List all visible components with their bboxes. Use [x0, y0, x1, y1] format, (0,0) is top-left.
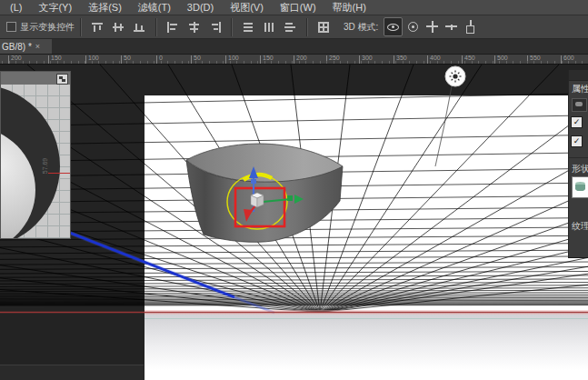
menu-item-3[interactable]: 滤镜(T) — [130, 1, 179, 15]
ruler-minor-tick — [78, 61, 79, 64]
distribute-top-icon[interactable] — [241, 20, 256, 35]
ruler-minor-tick — [92, 61, 93, 64]
ruler-minor-tick — [85, 61, 85, 64]
menu-item-4[interactable]: 3D(D) — [179, 1, 222, 15]
ruler-minor-tick — [64, 61, 65, 64]
swap-view-icon[interactable] — [56, 74, 68, 85]
ruler-minor-tick — [140, 61, 141, 64]
secondary-view-content[interactable]: 57.69 — [1, 85, 70, 238]
ruler-minor-tick — [568, 61, 569, 64]
ruler-major-tick — [260, 55, 261, 64]
ruler-minor-tick — [458, 61, 459, 64]
slide-camera-button[interactable] — [443, 18, 460, 35]
canvas-area[interactable]: 57.69 属性 ✓ ✓ 形状 纹理 — [0, 65, 588, 380]
align-left-icon[interactable] — [165, 20, 181, 35]
properties-panel-header — [569, 70, 588, 81]
ruler-minor-tick — [443, 61, 444, 64]
show-transform-checkbox[interactable] — [6, 22, 16, 32]
3d-light-widget[interactable] — [435, 66, 465, 166]
distribute-vertical-icon[interactable] — [262, 20, 277, 35]
options-bar: 显示变换控件 3D 模式: — [0, 15, 588, 39]
3d-mode-label: 3D 模式: — [344, 21, 378, 34]
align-bottom-icon[interactable] — [132, 20, 147, 35]
ruler-minor-tick — [223, 61, 224, 64]
ruler-label: 100 — [88, 55, 99, 62]
show-transform-label: 显示变换控件 — [20, 21, 75, 34]
pan-camera-button[interactable] — [424, 18, 441, 35]
ruler-minor-tick — [499, 61, 500, 64]
ruler-minor-tick — [554, 61, 555, 64]
orbit-camera-button[interactable] — [384, 17, 403, 36]
catch-shadows-checkbox[interactable]: ✓ — [571, 116, 583, 128]
ruler-minor-tick — [493, 61, 493, 64]
ruler-minor-tick — [202, 61, 203, 64]
horizontal-ruler: 2001501005005010015020025030035040045050… — [0, 55, 588, 65]
ruler-minor-tick — [264, 61, 265, 64]
ruler-label: 50 — [124, 55, 131, 62]
ruler-minor-tick — [575, 61, 576, 64]
mini-cylinder-body — [575, 185, 585, 191]
ruler-minor-tick — [36, 61, 37, 64]
panels-grid-icon[interactable] — [316, 20, 332, 35]
ruler-major-tick — [359, 55, 360, 64]
distribute-bottom-icon[interactable] — [283, 20, 298, 35]
align-vertical-center-icon[interactable] — [111, 20, 126, 35]
menu-item-1[interactable]: 文字(Y) — [30, 1, 80, 15]
ruler-major-tick — [494, 55, 495, 64]
ruler-minor-tick — [334, 61, 334, 64]
ruler-minor-tick — [424, 61, 424, 64]
align-horizontal-center-icon[interactable] — [186, 20, 202, 35]
secondary-view-titlebar[interactable] — [1, 72, 70, 85]
menu-item-7[interactable]: 帮助(H) — [324, 1, 374, 15]
ruler-minor-tick — [582, 61, 583, 64]
ruler-major-tick — [427, 55, 428, 64]
ruler-minor-tick — [167, 61, 168, 64]
shape-preset-thumbnail[interactable] — [572, 176, 588, 198]
secondary-view-panel[interactable]: 57.69 — [0, 71, 71, 239]
mesh-icon-button[interactable] — [572, 98, 587, 112]
ruler-minor-tick — [188, 61, 189, 64]
widget-center-cube[interactable] — [251, 193, 264, 207]
menu-item-2[interactable]: 选择(S) — [80, 1, 130, 15]
properties-panel[interactable]: 属性 ✓ ✓ 形状 纹理 — [568, 70, 588, 258]
close-tab-icon[interactable]: × — [35, 42, 40, 51]
ruler-minor-tick — [562, 61, 563, 64]
ruler-minor-tick — [451, 61, 452, 64]
ruler-minor-tick — [161, 61, 162, 64]
ruler-minor-tick — [251, 61, 252, 64]
cast-shadows-checkbox[interactable]: ✓ — [571, 135, 583, 147]
menu-item-6[interactable]: 窗口(W) — [272, 1, 324, 15]
ruler-minor-tick — [292, 61, 293, 64]
measure-line — [48, 173, 71, 174]
ruler-minor-tick — [119, 61, 120, 64]
ruler-minor-tick — [299, 61, 300, 64]
roll-camera-button[interactable] — [404, 18, 422, 35]
measure-value: 57.69 — [42, 158, 48, 175]
separator — [80, 18, 82, 36]
ruler-major-tick — [294, 55, 294, 64]
ruler-minor-tick — [285, 61, 286, 64]
align-top-icon[interactable] — [90, 20, 105, 35]
ruler-minor-tick — [126, 61, 127, 64]
align-right-icon[interactable] — [207, 20, 223, 35]
document-tab[interactable]: GB/8) * × — [0, 39, 52, 54]
document-tab-bar: GB/8) * × — [0, 39, 588, 55]
ruler-minor-tick — [409, 61, 410, 64]
ruler-minor-tick — [2, 61, 3, 64]
ruler-major-tick — [225, 55, 226, 64]
ruler-minor-tick — [340, 61, 341, 64]
z-axis-cube[interactable] — [251, 179, 256, 184]
ruler-minor-tick — [195, 61, 196, 64]
x-axis-cube[interactable] — [287, 195, 293, 201]
menu-item-0[interactable]: (L) — [2, 1, 30, 15]
separator — [155, 18, 157, 36]
ruler-minor-tick — [71, 61, 72, 64]
ruler-minor-tick — [478, 61, 479, 64]
ruler-minor-tick — [278, 61, 279, 64]
zoom-camera-button[interactable] — [462, 18, 479, 35]
menu-item-5[interactable]: 视图(V) — [222, 1, 272, 15]
ruler-minor-tick — [368, 61, 369, 64]
ruler-minor-tick — [105, 61, 106, 64]
ruler-minor-tick — [395, 61, 396, 64]
ruler-minor-tick — [520, 61, 521, 64]
